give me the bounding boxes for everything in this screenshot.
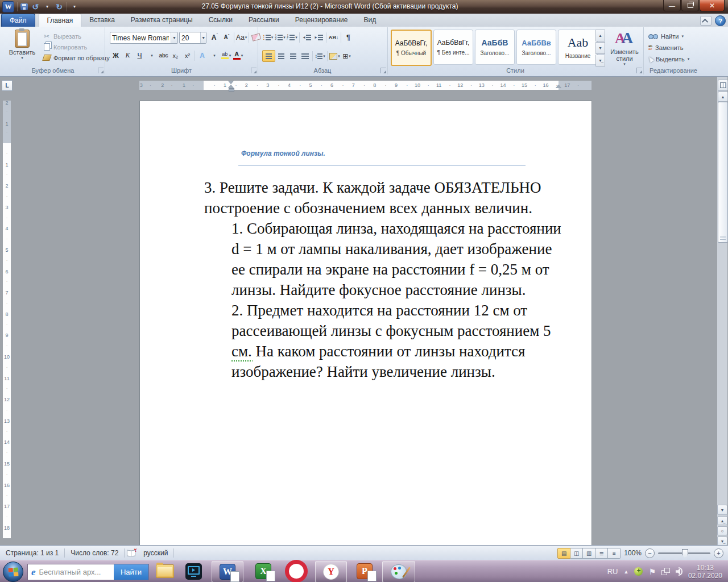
left-indent-marker[interactable]	[229, 88, 234, 92]
style-item[interactable]: АаБбВвГг,¶ Обычный	[391, 30, 432, 66]
strikethrough-button[interactable]: abc	[158, 50, 169, 61]
taskbar-clock[interactable]: 10:13 02.07.2020	[688, 564, 722, 580]
font-name-combo[interactable]: ▼	[110, 32, 178, 44]
tab-Рецензирование[interactable]: Рецензирование	[287, 14, 356, 27]
scrollbar-thumb[interactable]	[718, 102, 728, 243]
zoom-in-button[interactable]: +	[714, 548, 723, 558]
style-item[interactable]: АаБбВвГг,¶ Без инте...	[433, 30, 473, 65]
scroll-up-button[interactable]: ▲	[718, 92, 728, 102]
next-page-button[interactable]: ▼̲	[717, 537, 727, 545]
clipboard-dialog-launcher-icon[interactable]	[98, 68, 104, 73]
tab-Разметка страницы[interactable]: Разметка страницы	[123, 14, 201, 27]
outline-view-button[interactable]: ≣	[595, 548, 608, 559]
align-left-button[interactable]	[262, 50, 275, 62]
select-browse-object-button[interactable]: ○	[717, 526, 727, 535]
style-item[interactable]: АаБбВЗаголово...	[475, 30, 515, 65]
draft-view-button[interactable]: ≡	[608, 548, 621, 559]
taskbar-explorer-button[interactable]	[152, 561, 177, 581]
taskbar-search-input[interactable]	[38, 567, 114, 577]
language-indicator[interactable]: русский	[138, 549, 173, 557]
taskbar-opera-button[interactable]	[283, 561, 309, 581]
change-case-button[interactable]: Аа▾	[235, 32, 247, 43]
replace-button[interactable]: abac Заменить	[648, 42, 689, 53]
change-styles-button[interactable]: АА Изменить стили ▾	[607, 30, 642, 66]
antivirus-icon[interactable]	[634, 567, 643, 576]
full-screen-reading-view-button[interactable]: ◫	[570, 548, 583, 559]
bullets-button[interactable]: •••▾	[262, 32, 274, 43]
ruler-toggle-button[interactable]	[718, 80, 728, 91]
tab-Вид[interactable]: Вид	[355, 14, 384, 27]
previous-page-button[interactable]: ▲̲	[717, 516, 727, 525]
taskbar-search-box[interactable]: e Найти	[27, 564, 149, 580]
web-layout-view-button[interactable]: ▥	[583, 548, 595, 559]
align-right-button[interactable]	[287, 51, 299, 61]
start-button[interactable]	[3, 562, 23, 582]
align-center-button[interactable]	[275, 51, 287, 61]
borders-button[interactable]: ⊞▾	[341, 51, 353, 61]
action-center-flag-icon[interactable]: ⚑	[648, 567, 656, 576]
find-button[interactable]: Найти▾	[648, 31, 689, 42]
styles-dialog-launcher-icon[interactable]	[636, 68, 642, 73]
tab-Вставка[interactable]: Вставка	[81, 14, 123, 27]
multilevel-list-button[interactable]: 1аi▾	[286, 32, 298, 43]
tab-Файл[interactable]: Файл	[1, 14, 35, 27]
copy-button[interactable]: Копировать	[41, 41, 111, 52]
text-effects-dropdown-icon[interactable]: ▾	[208, 50, 220, 61]
zoom-out-button[interactable]: −	[645, 548, 655, 558]
restore-button[interactable]	[681, 0, 699, 11]
subscript-button[interactable]: x₂	[169, 50, 181, 61]
format-painter-button[interactable]: Формат по образцу	[41, 52, 111, 63]
text-effects-button[interactable]: А	[196, 50, 208, 61]
minimize-button[interactable]: —	[663, 0, 681, 11]
font-size-input[interactable]	[180, 34, 200, 42]
styles-more-icon[interactable]: ▼̲	[595, 55, 605, 66]
taskbar-search-button[interactable]: Найти	[114, 564, 148, 580]
tab-stop-selector[interactable]: L	[2, 80, 13, 91]
numbering-button[interactable]: 123▾	[274, 32, 286, 43]
styles-scroll-up-icon[interactable]: ▲	[595, 30, 605, 41]
spellcheck-icon[interactable]: ✗	[127, 550, 135, 556]
font-color-button[interactable]: А ▾	[232, 50, 244, 61]
help-button[interactable]: ?	[715, 15, 726, 26]
style-item[interactable]: AabНазвание	[558, 30, 598, 65]
word-count[interactable]: Число слов: 72	[65, 549, 124, 557]
close-button[interactable]: ✕	[700, 0, 725, 11]
taskbar-yandex-button[interactable]: Y	[315, 561, 347, 582]
show-paragraph-marks-button[interactable]: ¶	[342, 32, 354, 43]
volume-icon[interactable]	[676, 567, 682, 576]
taskbar-excel-button[interactable]: X	[250, 561, 276, 581]
document-body[interactable]: 3. Решите задачи. К каждой задаче ОБЯЗАТ…	[140, 177, 592, 382]
increase-indent-button[interactable]: ▸	[313, 32, 325, 43]
cut-button[interactable]: ✂ Вырезать	[41, 31, 111, 41]
line-spacing-button[interactable]: ↕▾	[314, 51, 326, 61]
grow-font-button[interactable]: Аˆ	[209, 32, 221, 43]
hidden-icons-button[interactable]: ▲	[623, 569, 628, 575]
tab-Рассылки[interactable]: Рассылки	[241, 14, 287, 27]
paragraph-dialog-launcher-icon[interactable]	[380, 68, 386, 73]
print-layout-view-button[interactable]: ▤	[557, 548, 570, 559]
underline-button[interactable]: Ч	[134, 50, 146, 61]
page-indicator[interactable]: Страница: 1 из 1	[0, 549, 64, 557]
italic-button[interactable]: К	[122, 50, 134, 61]
bold-button[interactable]: Ж	[110, 50, 122, 61]
justify-button[interactable]	[299, 51, 311, 61]
tab-Главная[interactable]: Главная	[39, 14, 82, 27]
document-page[interactable]: Формула тонкой линзы. 3. Решите задачи. …	[139, 101, 592, 545]
superscript-button[interactable]: x²	[181, 50, 193, 61]
first-line-indent-marker[interactable]	[228, 81, 234, 84]
underline-dropdown-icon[interactable]: ▾	[146, 50, 158, 61]
decrease-indent-button[interactable]: ◂	[301, 32, 313, 43]
zoom-slider[interactable]	[658, 552, 710, 554]
taskbar-powerpoint-button[interactable]: P	[351, 561, 378, 581]
chevron-down-icon[interactable]: ▼	[200, 32, 206, 43]
taskbar-word-button[interactable]: W	[212, 561, 243, 582]
font-dialog-launcher-icon[interactable]	[251, 68, 257, 73]
sort-button[interactable]: АЯ↓	[328, 32, 340, 43]
style-item[interactable]: АаБбВвЗаголово...	[516, 30, 556, 65]
language-switcher[interactable]: RU	[607, 567, 618, 576]
select-button[interactable]: Выделить▾	[648, 53, 689, 65]
network-icon[interactable]	[661, 568, 670, 575]
collapse-ribbon-button[interactable]	[700, 16, 712, 26]
taskbar-paint-button[interactable]	[382, 561, 415, 582]
paste-button[interactable]: Вставить ▾	[6, 30, 39, 60]
